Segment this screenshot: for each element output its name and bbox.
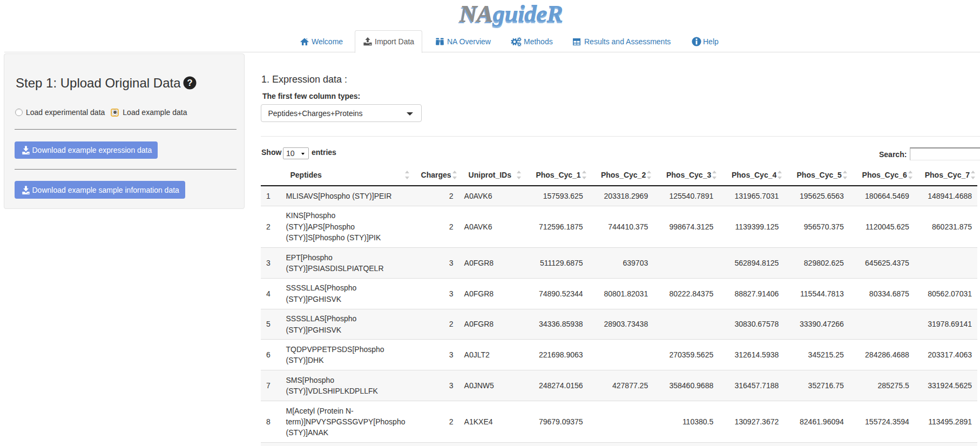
svg-text:?: ? (187, 78, 192, 87)
